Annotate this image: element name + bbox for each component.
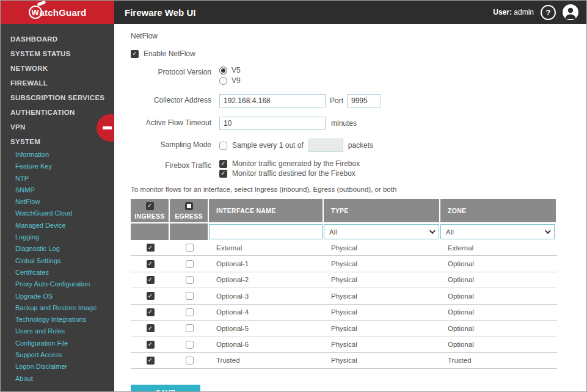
netflow-settings-page: NetFlow ✓ Enable NetFlow Protocol Versio… (114, 24, 586, 392)
sidebar-item-about[interactable]: About (1, 373, 114, 385)
row-egress-checkbox[interactable] (186, 357, 194, 365)
sidebar-item-managed-device[interactable]: Managed Device (1, 220, 114, 231)
monitor-destined-checkbox[interactable]: ✓ (219, 170, 227, 178)
check-icon: ✓ (221, 161, 225, 167)
sidebar-item-snmp[interactable]: SNMP (1, 184, 114, 196)
sidebar-item-dashboard[interactable]: DASHBOARD (1, 32, 114, 46)
monitor-destined-label: Monitor traffic destined for the Firebox (232, 169, 355, 178)
sidebar-item-subscription-services[interactable]: SUBSCRIPTION SERVICES (1, 90, 114, 105)
zone-cell: Optional (440, 292, 556, 300)
check-icon: ✓ (148, 293, 153, 299)
sidebar-item-configuration-file[interactable]: Configuration File (1, 338, 114, 349)
help-icon[interactable]: ? (541, 5, 556, 20)
sidebar-item-authentication[interactable]: AUTHENTICATION (1, 105, 114, 120)
egress-select-all-checkbox[interactable] (185, 202, 193, 210)
monitor-generated-checkbox[interactable]: ✓ (219, 160, 227, 168)
ingress-header: ✓ INGRESS (131, 199, 170, 223)
egress-header: EGRESS (170, 199, 209, 223)
zone-cell: Optional (440, 308, 556, 316)
collector-address-input[interactable] (219, 94, 326, 107)
table-row: ✓ Optional-3 Physical Optional (131, 288, 557, 304)
user-account-icon[interactable] (563, 4, 578, 20)
active-flow-timeout-input[interactable] (219, 117, 326, 130)
row-egress-checkbox[interactable] (186, 276, 194, 284)
sidebar-item-system[interactable]: SYSTEM (1, 134, 114, 149)
sidebar-item-technology-integrations[interactable]: Technology Integrations (1, 314, 114, 325)
type-cell: Physical (324, 341, 440, 348)
sidebar-item-logging[interactable]: Logging (1, 231, 114, 243)
sidebar-item-firewall[interactable]: FIREWALL (1, 76, 114, 90)
sampling-mode-text: Sample every 1 out of (232, 141, 304, 150)
row-ingress-checkbox[interactable]: ✓ (147, 308, 155, 316)
zone-cell: Optional (440, 325, 556, 332)
protocol-v5-radio[interactable] (219, 67, 227, 74)
app-title: Fireware Web UI (125, 7, 195, 18)
chevron-down-icon (545, 228, 551, 234)
row-ingress-checkbox[interactable]: ✓ (147, 276, 155, 284)
zone-cell: Optional (440, 341, 556, 348)
sidebar-item-feature-key[interactable]: Feature Key (1, 161, 114, 172)
row-ingress-checkbox[interactable]: ✓ (147, 324, 155, 332)
sidebar-item-support-access[interactable]: Support Access (1, 349, 114, 361)
table-header-row: ✓ INGRESS EGRESS INTERFACE NAME TYPE ZON… (131, 199, 557, 223)
logo-text: atchGuard (40, 7, 87, 18)
firebox-traffic-label: Firebox Traffic (131, 159, 211, 178)
sampling-count-input[interactable] (308, 139, 343, 152)
interface-name-header: INTERFACE NAME (209, 199, 324, 223)
row-ingress-checkbox[interactable]: ✓ (147, 244, 155, 252)
row-egress-checkbox[interactable] (186, 292, 194, 300)
row-egress-checkbox[interactable] (186, 324, 194, 332)
enable-netflow-checkbox[interactable]: ✓ (131, 50, 139, 58)
sampling-mode-checkbox[interactable] (219, 142, 227, 150)
row-egress-checkbox[interactable] (186, 308, 194, 316)
sidebar-item-diagnostic-log[interactable]: Diagnostic Log (1, 243, 114, 255)
row-egress-checkbox[interactable] (186, 341, 194, 349)
row-ingress-checkbox[interactable]: ✓ (147, 357, 155, 365)
table-row: ✓ Optional-1 Physical Optional (131, 256, 557, 272)
sidebar-item-network[interactable]: NETWORK (1, 61, 114, 76)
sidebar-item-upgrade-os[interactable]: Upgrade OS (1, 291, 114, 302)
filter-ingress-cell (131, 223, 170, 240)
check-icon: ✓ (148, 277, 153, 283)
zone-filter-select[interactable]: All (440, 224, 555, 239)
interface-filter-input[interactable] (209, 224, 323, 239)
packets-unit-label: packets (348, 141, 373, 150)
protocol-v9-radio[interactable] (219, 77, 227, 85)
port-input[interactable] (347, 94, 381, 107)
row-ingress-checkbox[interactable]: ✓ (147, 341, 155, 349)
sidebar-item-global-settings[interactable]: Global Settings (1, 255, 114, 267)
table-hint-text: To monitor flows for an interface, selec… (131, 186, 586, 193)
check-icon: ✓ (148, 309, 153, 315)
sidebar-item-system-status[interactable]: SYSTEM STATUS (1, 46, 114, 61)
sidebar-item-information[interactable]: Information (1, 149, 114, 161)
sidebar-item-users-and-roles[interactable]: Users and Roles (1, 325, 114, 337)
protocol-v5-label: V5 (232, 66, 241, 74)
sidebar-item-backup-and-restore-image[interactable]: Backup and Restore Image (1, 302, 114, 314)
sidebar-item-watchguard-cloud[interactable]: WatchGuard Cloud (1, 208, 114, 219)
logo-w-icon: W (29, 5, 42, 19)
minus-icon (103, 126, 112, 129)
type-cell: Physical (324, 308, 440, 316)
sidebar-item-proxy-auto-configuration[interactable]: Proxy Auto-Configuration (1, 278, 114, 290)
type-filter-select[interactable]: All (324, 224, 439, 239)
zone-cell: Trusted (440, 357, 556, 364)
interface-name-cell: Optional-5 (209, 325, 324, 332)
save-button[interactable]: SAVE (131, 385, 200, 392)
ingress-select-all-checkbox[interactable]: ✓ (146, 202, 154, 210)
row-ingress-checkbox[interactable]: ✓ (147, 260, 155, 268)
row-ingress-checkbox[interactable]: ✓ (147, 292, 155, 300)
top-bar: W atchGuard Fireware Web UI User: admin … (1, 1, 586, 24)
type-header: TYPE (324, 199, 440, 223)
zone-cell: Optional (440, 276, 556, 283)
sidebar-item-netflow[interactable]: NetFlow (1, 196, 114, 208)
monitor-generated-label: Monitor traffic generated by the Firebox (232, 159, 360, 168)
interface-name-cell: Optional-6 (209, 341, 324, 348)
sidebar-item-logon-disclaimer[interactable]: Logon Disclaimer (1, 361, 114, 372)
sidebar-item-ntp[interactable]: NTP (1, 173, 114, 184)
check-icon: ✓ (221, 170, 225, 176)
protocol-version-label: Protocol Version (131, 66, 211, 85)
sidebar-item-certificates[interactable]: Certificates (1, 267, 114, 278)
row-egress-checkbox[interactable] (186, 260, 194, 268)
row-egress-checkbox[interactable] (186, 244, 194, 252)
table-row: ✓ Trusted Physical Trusted (131, 353, 557, 369)
